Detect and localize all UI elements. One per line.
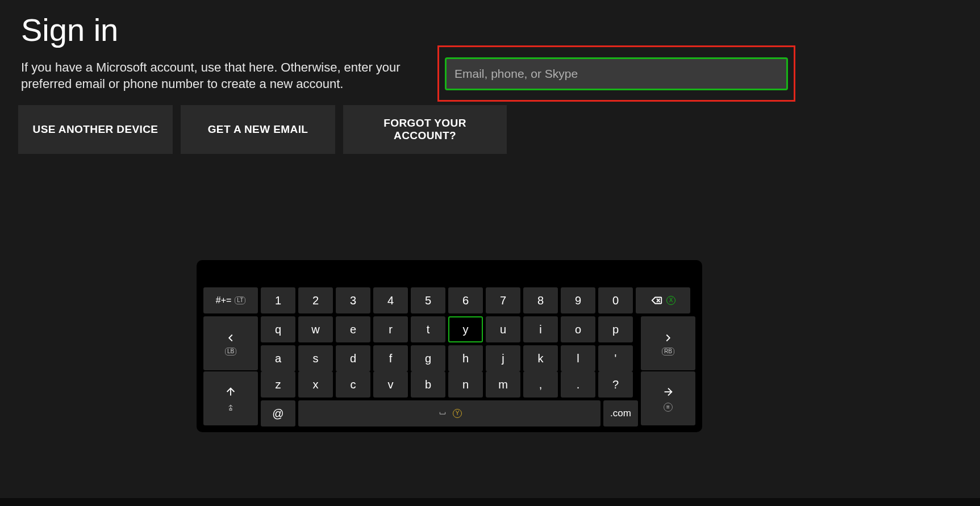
key-e[interactable]: e bbox=[336, 316, 370, 342]
key-2[interactable]: 2 bbox=[298, 287, 333, 313]
key-7[interactable]: 7 bbox=[486, 287, 520, 313]
key-apostrophe[interactable]: ' bbox=[598, 345, 633, 371]
key-symbols-label: #+= bbox=[216, 295, 232, 306]
get-new-email-button[interactable]: GET A NEW EMAIL bbox=[181, 105, 335, 154]
page-subtitle: If you have a Microsoft account, use tha… bbox=[21, 60, 407, 92]
chevron-right-icon bbox=[662, 332, 674, 344]
svg-rect-3 bbox=[230, 408, 232, 410]
key-comma[interactable]: , bbox=[523, 371, 558, 398]
key-z[interactable]: z bbox=[261, 371, 295, 398]
key-a[interactable]: a bbox=[261, 345, 295, 371]
key-6[interactable]: 6 bbox=[448, 287, 483, 313]
x-badge-icon: X bbox=[666, 296, 675, 305]
page-title: Sign in bbox=[21, 11, 118, 48]
backspace-icon bbox=[650, 294, 663, 307]
key-enter[interactable]: ≡ bbox=[641, 371, 695, 425]
menu-badge-icon: ≡ bbox=[664, 403, 673, 412]
key-dotcom[interactable]: .com bbox=[603, 400, 638, 426]
key-f[interactable]: f bbox=[373, 345, 408, 371]
key-d[interactable]: d bbox=[336, 345, 370, 371]
arrow-right-icon bbox=[662, 386, 674, 398]
key-m[interactable]: m bbox=[486, 371, 520, 398]
email-input-focus-border bbox=[445, 57, 788, 90]
lt-badge-icon: LT bbox=[235, 296, 245, 304]
key-space[interactable]: Y bbox=[298, 400, 600, 426]
chevron-left-icon bbox=[224, 332, 237, 344]
key-b[interactable]: b bbox=[411, 371, 445, 398]
key-c[interactable]: c bbox=[336, 371, 370, 398]
key-x[interactable]: x bbox=[298, 371, 333, 398]
key-period[interactable]: . bbox=[561, 371, 595, 398]
key-5[interactable]: 5 bbox=[411, 287, 445, 313]
key-r[interactable]: r bbox=[373, 316, 408, 342]
key-k[interactable]: k bbox=[523, 345, 558, 371]
key-q[interactable]: q bbox=[261, 316, 295, 342]
key-h[interactable]: h bbox=[448, 345, 483, 371]
space-icon bbox=[437, 409, 448, 417]
key-w[interactable]: w bbox=[298, 316, 333, 342]
arrow-up-icon bbox=[224, 386, 237, 398]
key-symbols[interactable]: #+= LT bbox=[203, 287, 258, 313]
key-cursor-right[interactable]: RB bbox=[641, 316, 695, 370]
caps-indicator-icon bbox=[226, 403, 235, 412]
key-j[interactable]: j bbox=[486, 345, 520, 371]
key-shift[interactable] bbox=[203, 371, 258, 425]
key-g[interactable]: g bbox=[411, 345, 445, 371]
key-v[interactable]: v bbox=[373, 371, 408, 398]
key-l[interactable]: l bbox=[561, 345, 595, 371]
key-p[interactable]: p bbox=[598, 316, 633, 342]
key-8[interactable]: 8 bbox=[523, 287, 558, 313]
lb-badge-icon: LB bbox=[225, 348, 236, 356]
email-input-highlight-box bbox=[437, 45, 795, 102]
key-y[interactable]: y bbox=[448, 316, 483, 342]
key-question[interactable]: ? bbox=[598, 371, 633, 398]
y-badge-icon: Y bbox=[453, 409, 462, 418]
key-s[interactable]: s bbox=[298, 345, 333, 371]
key-9[interactable]: 9 bbox=[561, 287, 595, 313]
forgot-account-button[interactable]: FORGOT YOUR ACCOUNT? bbox=[343, 105, 507, 154]
bottom-bar bbox=[0, 498, 980, 506]
key-backspace[interactable]: X bbox=[636, 287, 690, 313]
key-i[interactable]: i bbox=[523, 316, 558, 342]
use-another-device-button[interactable]: USE ANOTHER DEVICE bbox=[18, 105, 173, 154]
key-u[interactable]: u bbox=[486, 316, 520, 342]
key-n[interactable]: n bbox=[448, 371, 483, 398]
key-at[interactable]: @ bbox=[261, 400, 295, 426]
email-input[interactable] bbox=[447, 59, 786, 89]
key-o[interactable]: o bbox=[561, 316, 595, 342]
onscreen-keyboard: #+= LT 1 2 3 4 5 6 7 8 9 0 X LB bbox=[197, 260, 702, 432]
key-3[interactable]: 3 bbox=[336, 287, 370, 313]
key-0[interactable]: 0 bbox=[598, 287, 633, 313]
key-t[interactable]: t bbox=[411, 316, 445, 342]
action-button-row: USE ANOTHER DEVICE GET A NEW EMAIL FORGO… bbox=[18, 105, 507, 154]
key-cursor-left[interactable]: LB bbox=[203, 316, 258, 370]
rb-badge-icon: RB bbox=[662, 348, 674, 356]
key-1[interactable]: 1 bbox=[261, 287, 295, 313]
key-4[interactable]: 4 bbox=[373, 287, 408, 313]
